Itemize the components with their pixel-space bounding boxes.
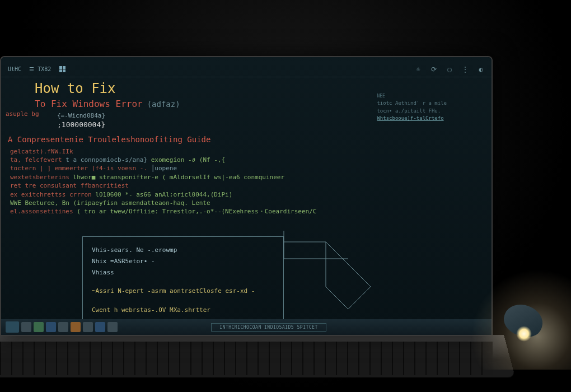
- diagram-connector-lines: [259, 225, 393, 326]
- svg-rect-2: [59, 69, 62, 72]
- user-icon[interactable]: ◐: [477, 66, 485, 73]
- taskbar-item[interactable]: [21, 322, 31, 332]
- lamp-bulb: [516, 326, 532, 342]
- subtitle-red: To Fix Windows Error: [35, 99, 143, 109]
- code-line: el.assonsetitines ( tro ar twew/Offliie:…: [4, 207, 480, 216]
- terminal-output-box: Vhis-sears. Ne -.erowmp Nhix =ASR5etor∙ …: [82, 236, 284, 320]
- code-body: gelcatst).fNW.IIk ta, felcfevert t a con…: [1, 146, 492, 218]
- taskbar-item[interactable]: [46, 322, 56, 332]
- title-bar-right: ☼ ⟳ ▢ ⋮ ◐: [414, 66, 485, 73]
- right-info-l1: tiotc Aethind' r a mile: [377, 100, 447, 108]
- code-line: ex exitchrettss crrron l010600 *- as66 a…: [4, 190, 480, 199]
- right-info-l2: tocn∙ a./pitailt FHu.: [377, 108, 447, 115]
- code-line: ret tre consulsant ffbancritiest: [4, 181, 480, 190]
- badge-1: UtHC: [8, 66, 21, 72]
- menu-icon[interactable]: ⋮: [461, 66, 469, 73]
- terminal-window: UtHC ☰ TX82 ☼ ⟳ ▢ ⋮ ◐ How to Fix To Fix …: [1, 57, 492, 335]
- taskbar-item[interactable]: [107, 322, 118, 332]
- start-button[interactable]: [6, 321, 19, 333]
- code-line: ta, felcfevert t a connpomiocb-s/ana} ex…: [4, 156, 480, 164]
- laptop-screen: UtHC ☰ TX82 ☼ ⟳ ▢ ⋮ ◐ How to Fix To Fix …: [0, 56, 493, 336]
- term-line-2: Nhix =ASR5etor∙ -: [92, 256, 274, 267]
- taskbar-item[interactable]: [83, 322, 93, 332]
- taskbar-item[interactable]: [71, 322, 81, 332]
- side-label: asuple bg: [3, 110, 39, 118]
- term-line-1: Vhis-sears. Ne -.erowmp: [92, 245, 274, 256]
- taskbar-center-widget[interactable]: INTHCRICHOCOAN INDIOSAIDS SPITCET: [211, 323, 326, 332]
- taskbar-item[interactable]: [95, 322, 105, 332]
- code-line: toсtern | ] emmeerter (f4-is voesn -. │u…: [4, 164, 480, 172]
- desk-lamp: [493, 280, 560, 358]
- box-icon[interactable]: ▢: [446, 66, 453, 73]
- svg-rect-1: [63, 66, 65, 69]
- code-line: WWE Beeturee, Bn (iripaeyfisn asmendatte…: [4, 199, 480, 207]
- code-line: wextetsberterins lhwor■ stransponifter-e…: [4, 173, 480, 181]
- settings-icon[interactable]: ☼: [414, 66, 422, 73]
- term-line-5: Cwent h webrstas-.OV MXa.shrtter: [92, 305, 274, 316]
- windows-icon[interactable]: [59, 66, 67, 73]
- title-bar: UtHC ☰ TX82 ☼ ⟳ ▢ ⋮ ◐: [1, 62, 492, 77]
- svg-rect-0: [59, 66, 62, 69]
- right-info-l3: Whtscbooue)f-talCrtefo: [377, 115, 447, 123]
- badge-2: ☰ TX82: [29, 66, 51, 72]
- right-info-block: NEE tiotc Aethind' r a mile tocn∙ a./pit…: [377, 93, 447, 123]
- laptop-keyboard: [0, 342, 493, 375]
- refresh-icon[interactable]: ⟳: [430, 66, 438, 73]
- term-line-4: ~Assri N-epert -asrm aontrsetClosfe esr-…: [92, 286, 274, 297]
- badge-2-text: TX82: [38, 66, 51, 72]
- taskbar[interactable]: INTHCRICHOCOAN INDIOSAIDS SPITCET: [1, 319, 492, 335]
- main-title: How to Fix: [35, 81, 116, 96]
- title-bar-left: UtHC ☰ TX82: [8, 66, 67, 73]
- term-line-3: Vhiass: [92, 267, 274, 278]
- svg-rect-3: [63, 69, 65, 72]
- subtitle-suffix: (adfaz): [147, 100, 180, 109]
- guide-title: A Conpresentenie Trouleleshonoofiting Gu…: [1, 133, 492, 146]
- code-line: gelcatst).fNW.IIk: [4, 147, 480, 156]
- right-info-label: NEE: [377, 93, 447, 100]
- taskbar-item[interactable]: [34, 322, 44, 332]
- taskbar-item[interactable]: [58, 322, 68, 332]
